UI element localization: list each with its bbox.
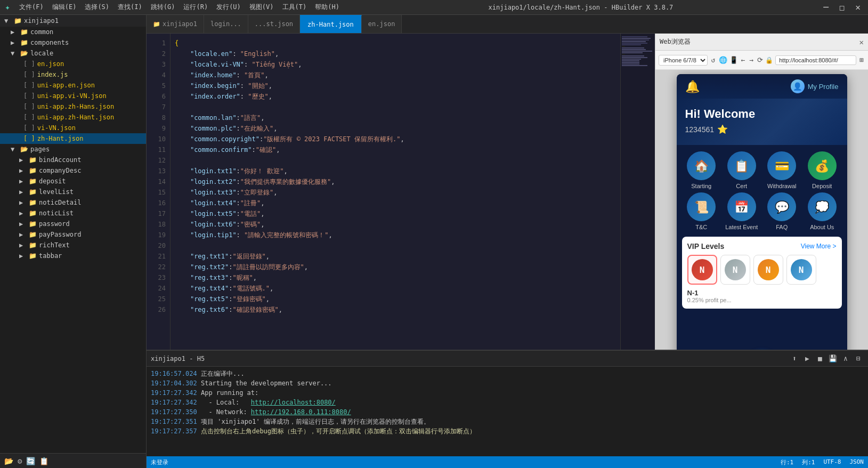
console-upload-btn[interactable]: ⬆ xyxy=(789,353,800,364)
browser-back-icon[interactable]: ← xyxy=(740,54,747,67)
sidebar-item-zh-hant-active[interactable]: [ ] zh-Hant.json xyxy=(0,133,146,144)
browser-url-input[interactable] xyxy=(775,55,856,65)
sidebar-icon-2[interactable]: ⚙ xyxy=(18,457,22,465)
tab-xinjiapo1[interactable]: 📁 xinjiapo1 xyxy=(147,15,204,33)
sidebar-item-deposit[interactable]: ▶ 📁 deposit xyxy=(0,176,146,187)
browser-title-label: Web浏览器 xyxy=(660,37,859,46)
icon-cell-about[interactable]: 💭 About Us xyxy=(804,192,841,230)
menu-goto[interactable]: 跳转(G) xyxy=(147,2,180,13)
browser-forward-icon[interactable]: → xyxy=(749,54,755,67)
tab-en-json[interactable]: en.json xyxy=(362,15,402,33)
folder-icon: 📁 xyxy=(29,188,37,196)
status-bar: 未登录 行:1 列:1 UTF-8 JSON xyxy=(147,456,868,468)
menu-file[interactable]: 文件(F) xyxy=(15,2,48,13)
vip-card-n2[interactable]: N xyxy=(720,255,750,285)
sidebar-item-locale[interactable]: ▼ 📂 locale xyxy=(0,48,146,59)
console-stop-btn[interactable]: ■ xyxy=(815,353,825,364)
browser-reload-icon[interactable]: ⟳ xyxy=(757,54,763,67)
code-content[interactable]: { "locale.en": "English", "locale.vi-VN"… xyxy=(171,34,620,350)
win-close-btn[interactable]: ✕ xyxy=(850,0,866,15)
sidebar-item-uni-app-hans[interactable]: [ ] uni-app.zh-Hans.json xyxy=(0,101,146,112)
console-content[interactable]: 19:16:57.024 正在编译中... 19:17:04.302 Start… xyxy=(147,367,868,456)
sidebar-icon-1[interactable]: 📂 xyxy=(4,457,13,465)
menu-tools[interactable]: 工具(T) xyxy=(278,2,311,13)
browser-globe-icon[interactable]: 🌐 xyxy=(719,54,727,67)
console-save-btn[interactable]: 💾 xyxy=(828,353,838,364)
icon-cell-withdrawal[interactable]: 💳 Withdrawal xyxy=(764,151,801,189)
sidebar-item-companydesc[interactable]: ▶ 📁 companyDesc xyxy=(0,165,146,176)
sidebar-item-password[interactable]: ▶ 📁 password xyxy=(0,219,146,229)
about-icon-circle: 💭 xyxy=(808,192,837,221)
sidebar-item-noticdetail[interactable]: ▶ 📁 noticDetail xyxy=(0,197,146,208)
win-maximize-btn[interactable]: □ xyxy=(834,0,850,15)
profile-section[interactable]: 👤 My Profile xyxy=(791,79,839,93)
tab-label: zh-Hant.json xyxy=(307,21,354,28)
vip-viewmore-btn[interactable]: View More > xyxy=(801,243,837,250)
vip-card-n1[interactable]: N xyxy=(687,255,717,285)
sidebar-icon-3[interactable]: 🔄 xyxy=(26,457,35,465)
bell-icon[interactable]: 🔔 xyxy=(685,80,700,93)
sidebar-item-noticlist[interactable]: ▶ 📁 noticList xyxy=(0,208,146,219)
sidebar-icon-4[interactable]: 📋 xyxy=(39,457,48,465)
code-editor[interactable]: 1 2 3 4 5 6 7 8 9 10 11 12 13 14 15 16 1 xyxy=(147,34,655,350)
line-num: 26 xyxy=(147,304,166,315)
sidebar-item-pages[interactable]: ▼ 📂 pages xyxy=(0,144,146,155)
tab-login[interactable]: login... xyxy=(204,15,248,33)
icon-cell-starting[interactable]: 🏠 Starting xyxy=(683,151,720,189)
sidebar-item-index-js[interactable]: [ ] index.js xyxy=(0,69,146,80)
sidebar-item-levellist[interactable]: ▶ 📁 levelList xyxy=(0,187,146,197)
browser-phone-icon[interactable]: 📱 xyxy=(729,54,738,67)
console-up-btn[interactable]: ∧ xyxy=(840,353,851,364)
sidebar-item-uni-app-hant[interactable]: [ ] uni-app.zh-Hant.json xyxy=(0,112,146,123)
phone-header: 🔔 👤 My Profile xyxy=(677,74,847,99)
console-split-btn[interactable]: ⊟ xyxy=(853,353,864,364)
chevron-down-icon: ▼ xyxy=(11,146,18,153)
icon-cell-event[interactable]: 📅 Latest Event xyxy=(723,192,760,230)
sidebar-item-uni-app-en[interactable]: [ ] uni-app.en.json xyxy=(0,80,146,91)
code-line: "reg.txt3":"昵稱", xyxy=(175,272,616,283)
icon-cell-tnc[interactable]: 📜 T&C xyxy=(683,192,720,230)
icon-cell-deposit[interactable]: 💰 Deposit xyxy=(804,151,841,189)
sidebar-item-uni-app-vi[interactable]: [ ] uni-app.vi-VN.json xyxy=(0,91,146,101)
vip-card-n4[interactable]: N xyxy=(786,255,816,285)
browser-close-btn[interactable]: ✕ xyxy=(859,38,864,46)
menu-publish[interactable]: 发行(U) xyxy=(212,2,245,13)
icon-cell-cert[interactable]: 📋 Cert xyxy=(723,151,760,189)
browser-refresh-icon[interactable]: ↺ xyxy=(710,54,717,67)
line-num: 13 xyxy=(147,166,166,176)
tab-zh-hant[interactable]: zh-Hant.json xyxy=(300,15,362,33)
sidebar-item-label: components xyxy=(30,39,69,46)
sidebar-item-vi-vn[interactable]: [ ] vi-VN.json xyxy=(0,123,146,133)
local-url-link[interactable]: http://localhost:8080/ xyxy=(251,399,336,406)
menu-select[interactable]: 选择(S) xyxy=(80,2,113,13)
sidebar-item-label: en.json xyxy=(37,60,64,68)
win-minimize-btn[interactable]: ─ xyxy=(818,0,834,15)
menu-find[interactable]: 查找(I) xyxy=(113,2,147,13)
sidebar-item-bindaccount[interactable]: ▶ 📁 bindAccount xyxy=(0,155,146,165)
network-url-link[interactable]: http://192.168.0.111:8080/ xyxy=(251,408,351,416)
vip-card-n3[interactable]: N xyxy=(753,255,783,285)
sidebar-item-richtext[interactable]: ▶ 📁 richText xyxy=(0,240,146,251)
sidebar-item-en-json[interactable]: [ ] en.json xyxy=(0,59,146,69)
menu-edit[interactable]: 编辑(E) xyxy=(48,2,81,13)
sidebar-item-components[interactable]: ▶ 📁 components xyxy=(0,37,146,48)
browser-device-select[interactable]: iPhone 6/7/8 xyxy=(659,55,708,66)
sidebar-root-item[interactable]: ▼ 📁 xinjiapo1 xyxy=(0,15,146,27)
browser-grid-icon[interactable]: ⊞ xyxy=(858,54,865,67)
sidebar-item-common[interactable]: ▶ 📁 common xyxy=(0,27,146,37)
tab-label: en.json xyxy=(368,20,395,28)
minimap xyxy=(620,34,655,350)
sidebar-item-label: pages xyxy=(30,146,50,153)
folder-open-icon: 📂 xyxy=(20,146,28,153)
icon-cell-faq[interactable]: 💬 FAQ xyxy=(764,192,801,230)
menu-run[interactable]: 运行(R) xyxy=(179,2,212,13)
menu-view[interactable]: 视图(V) xyxy=(245,2,278,13)
menu-help[interactable]: 帮助(H) xyxy=(311,2,344,13)
line-num: 20 xyxy=(147,240,166,251)
code-line: "login.txt3":"立即登錄", xyxy=(175,187,616,198)
sidebar-item-paypassword[interactable]: ▶ 📁 payPassword xyxy=(0,229,146,240)
editor-main: 1 2 3 4 5 6 7 8 9 10 11 12 13 14 15 16 1 xyxy=(147,34,868,350)
tab-st-json[interactable]: ...st.json xyxy=(248,15,300,33)
console-play-btn[interactable]: ▶ xyxy=(802,353,813,364)
sidebar-item-tabbar[interactable]: ▶ 📁 tabbar xyxy=(0,251,146,261)
